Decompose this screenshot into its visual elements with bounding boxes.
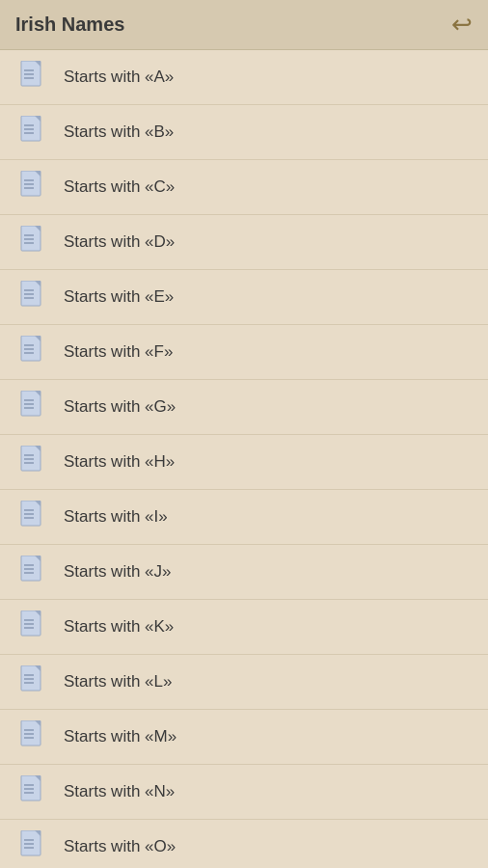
item-label: Starts with «O» [64,837,176,856]
list-item[interactable]: Starts with «M» [0,710,488,765]
list-item[interactable]: Starts with «I» [0,490,488,545]
svg-rect-55 [21,665,41,691]
svg-rect-65 [21,775,41,800]
document-icon [19,336,46,368]
document-icon [19,446,46,478]
item-label: Starts with «I» [64,507,168,527]
list-item[interactable]: Starts with «B» [0,105,488,160]
document-icon [19,116,46,149]
svg-rect-5 [21,116,41,141]
list-item[interactable]: Starts with «K» [0,600,488,655]
document-icon [19,281,46,313]
list-item[interactable]: Starts with «D» [0,215,488,270]
page-title: Irish Names [15,14,124,36]
item-label: Starts with «K» [64,617,174,637]
item-label: Starts with «C» [64,177,175,197]
document-icon [19,226,46,258]
svg-rect-70 [21,830,41,855]
list-item[interactable]: Starts with «C» [0,160,488,215]
svg-rect-40 [21,501,41,526]
svg-rect-60 [21,720,41,746]
svg-rect-50 [21,610,41,636]
item-label: Starts with «A» [64,68,174,87]
svg-rect-30 [21,391,41,416]
svg-rect-10 [21,171,41,196]
item-label: Starts with «F» [64,342,173,362]
list-item[interactable]: Starts with «F» [0,325,488,380]
document-icon [19,610,46,643]
document-icon [19,665,46,698]
svg-rect-0 [21,61,41,86]
item-label: Starts with «E» [64,287,174,307]
list-item[interactable]: Starts with «N» [0,765,488,820]
item-label: Starts with «N» [64,782,175,801]
list-item[interactable]: Starts with «J» [0,545,488,600]
svg-rect-25 [21,336,41,361]
list-item[interactable]: Starts with «H» [0,435,488,490]
item-label: Starts with «G» [64,397,176,417]
svg-rect-15 [21,226,41,251]
list-item[interactable]: Starts with «G» [0,380,488,435]
document-icon [19,775,46,808]
app-header: Irish Names ↩ [0,0,488,50]
list-item[interactable]: Starts with «L» [0,655,488,710]
item-label: Starts with «H» [64,452,175,472]
list-item[interactable]: Starts with «O» [0,820,488,868]
list-item[interactable]: Starts with «E» [0,270,488,325]
list-item[interactable]: Starts with «A» [0,50,488,105]
svg-rect-20 [21,281,41,306]
names-list: Starts with «A»Starts with «B»Starts wit… [0,50,488,868]
document-icon [19,391,46,423]
document-icon [19,501,46,533]
svg-rect-35 [21,446,41,471]
svg-rect-45 [21,556,41,581]
document-icon [19,171,46,203]
item-label: Starts with «B» [64,122,174,142]
document-icon [19,61,46,94]
item-label: Starts with «M» [64,727,176,746]
item-label: Starts with «L» [64,672,172,692]
item-label: Starts with «D» [64,232,175,252]
item-label: Starts with «J» [64,562,172,582]
back-icon[interactable]: ↩ [451,10,473,40]
document-icon [19,720,46,753]
document-icon [19,830,46,863]
document-icon [19,556,46,588]
